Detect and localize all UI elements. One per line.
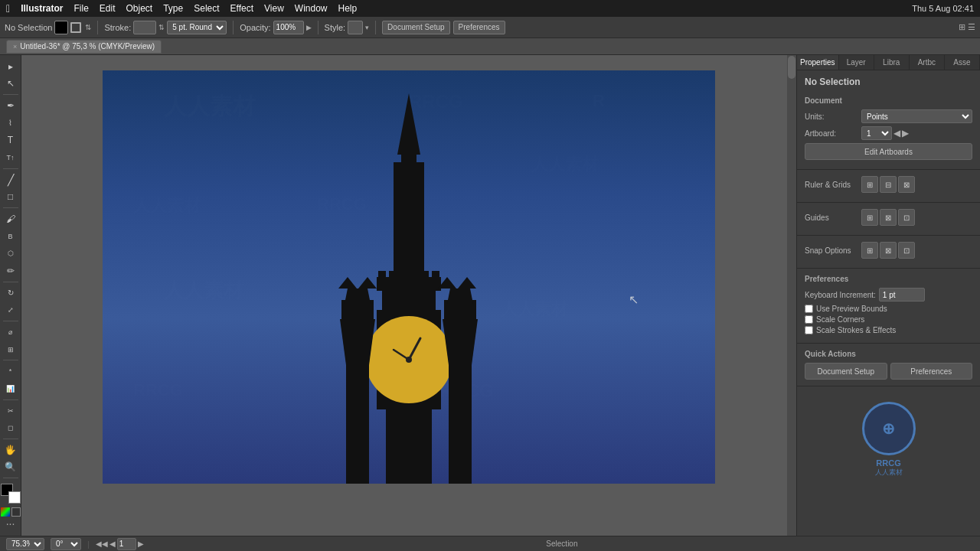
wm-6: 人人素材 — [164, 277, 243, 304]
wm-1: 人人素材 — [164, 91, 256, 122]
no-selection-title: No Selection — [797, 70, 980, 90]
canvas-area: 人人素材 RRCG R 人人素材 RRCG 人人素材 人人素材 RRCG RRC… — [21, 55, 796, 536]
snap-icon-btn-1[interactable]: ⊞ — [861, 242, 878, 259]
stroke-section: Stroke: ⇅ 5 pt. Round — [104, 21, 227, 34]
ruler-icon-btn[interactable]: ⊞ — [861, 176, 878, 193]
grid-icon-btn[interactable]: ⊟ — [880, 176, 897, 193]
tab-properties[interactable]: Properties — [797, 55, 839, 70]
tool-curvature[interactable]: ⌇ — [2, 115, 19, 132]
tab-assets[interactable]: Asse — [945, 55, 980, 70]
svg-marker-26 — [358, 277, 377, 289]
prev-artboard-status-btn[interactable]: ◀◀ — [96, 540, 108, 548]
pixel-grid-icon-btn[interactable]: ⊠ — [898, 176, 915, 193]
tab-libraries[interactable]: Libra — [874, 55, 910, 70]
tool-warp[interactable]: ⌀ — [2, 324, 19, 341]
stroke-box[interactable] — [70, 22, 81, 33]
guides-row: Guides ⊞ ⊠ ⊡ — [805, 209, 972, 226]
units-select[interactable]: Points — [861, 109, 972, 123]
artboard-num-status[interactable] — [117, 538, 136, 550]
tool-pen[interactable]: ✒ — [2, 97, 19, 114]
quick-document-setup-btn[interactable]: Document Setup — [805, 363, 887, 380]
units-label: Units: — [805, 112, 858, 121]
tool-shaper[interactable]: ⬡ — [2, 246, 19, 262]
menu-file[interactable]: File — [74, 3, 88, 14]
guide-icon-btn-1[interactable]: ⊞ — [861, 209, 878, 226]
tool-column-graph[interactable]: 📊 — [2, 380, 19, 397]
tool-paintbrush[interactable]: 🖌 — [2, 210, 19, 227]
more-tools-btn[interactable]: ··· — [6, 517, 15, 536]
tool-slice[interactable]: ✂ — [2, 403, 19, 419]
menu-window[interactable]: Window — [295, 3, 328, 14]
panels-icon[interactable]: ☰ — [968, 22, 975, 32]
svg-rect-16 — [386, 406, 432, 484]
tool-transform[interactable]: ⊞ — [2, 341, 19, 358]
tool-blob-brush[interactable]: B — [2, 228, 19, 245]
keyboard-increment-input[interactable] — [879, 288, 925, 302]
artboard[interactable]: 人人素材 RRCG R 人人素材 RRCG 人人素材 人人素材 RRCG RRC… — [103, 70, 715, 484]
stroke-arrows: ⇅ — [158, 24, 165, 31]
scale-corners-checkbox[interactable] — [805, 315, 813, 324]
scale-strokes-label: Scale Strokes & Effects — [816, 326, 896, 334]
use-preview-bounds-checkbox[interactable] — [805, 305, 813, 313]
tool-pencil[interactable]: ✏ — [2, 262, 19, 279]
menu-object[interactable]: Object — [126, 3, 153, 14]
tab-artboard[interactable]: Artbc — [910, 55, 945, 70]
divider-4 — [375, 21, 376, 34]
stroke-type-select[interactable]: 5 pt. Round — [167, 21, 227, 34]
scale-strokes-checkbox[interactable] — [805, 326, 813, 334]
snap-icon-btn-3[interactable]: ⊡ — [898, 242, 915, 259]
vertical-scrollbar[interactable] — [787, 55, 796, 536]
doc-tab-close-icon[interactable]: × — [13, 43, 17, 51]
tool-shape[interactable]: □ — [2, 189, 19, 206]
quick-preferences-btn[interactable]: Preferences — [890, 363, 973, 380]
fill-color-box[interactable] — [54, 21, 68, 34]
tab-layer[interactable]: Layer — [839, 55, 874, 70]
tool-touch-type[interactable]: T↑ — [2, 149, 19, 166]
color-mode-icon[interactable] — [1, 507, 10, 517]
guides-label: Guides — [805, 214, 858, 222]
svg-marker-22 — [443, 319, 478, 365]
align-icon[interactable]: ⊞ — [959, 22, 965, 32]
background-color[interactable] — [8, 491, 21, 504]
svg-marker-24 — [447, 289, 473, 304]
edit-artboards-btn[interactable]: Edit Artboards — [805, 143, 972, 160]
tool-selection[interactable]: ▸ — [2, 58, 19, 75]
stroke-input[interactable] — [133, 21, 156, 34]
opacity-input[interactable] — [273, 21, 304, 34]
guide-icon-btn-3[interactable]: ⊡ — [898, 209, 915, 226]
artboard-num-select[interactable]: 1 — [861, 126, 892, 140]
tool-type[interactable]: T — [2, 132, 19, 149]
rrcg-logo-circle: ⊕ — [862, 402, 916, 455]
artboard-prev-btn[interactable]: ◀ — [893, 128, 900, 139]
tool-direct-selection[interactable]: ↖ — [2, 76, 19, 93]
bigben-svg — [325, 93, 493, 484]
tool-zoom[interactable]: 🔍 — [2, 459, 19, 476]
menu-select[interactable]: Select — [194, 3, 219, 14]
style-box[interactable] — [348, 21, 363, 34]
tool-rotate[interactable]: ↻ — [2, 285, 19, 302]
none-icon[interactable] — [11, 507, 21, 517]
snap-icon-btn-2[interactable]: ⊠ — [880, 242, 897, 259]
menu-edit[interactable]: Edit — [100, 3, 116, 14]
menu-type[interactable]: Type — [163, 3, 183, 14]
menu-effect[interactable]: Effect — [230, 3, 253, 14]
preferences-btn[interactable]: Preferences — [453, 21, 505, 34]
tool-eraser[interactable]: ◻ — [2, 419, 19, 436]
doc-tab-active[interactable]: × Untitled-36* @ 75,3 % (CMYK/Preview) — [6, 40, 162, 54]
menu-view[interactable]: View — [264, 3, 284, 14]
guide-icon-btn-2[interactable]: ⊠ — [880, 209, 897, 226]
artboard-next-btn[interactable]: ▶ — [902, 128, 909, 139]
rotation-select[interactable]: 0° — [51, 538, 81, 550]
apple-menu[interactable]:  — [6, 2, 10, 15]
tool-scale[interactable]: ⤢ — [2, 302, 19, 318]
tool-line-segment[interactable]: ╱ — [2, 171, 19, 188]
zoom-select[interactable]: 75.3% — [6, 538, 44, 550]
svg-marker-20 — [345, 289, 371, 304]
prev-btn-status[interactable]: ◀ — [109, 540, 116, 548]
document-setup-btn[interactable]: Document Setup — [382, 21, 450, 34]
tool-symbol-sprayer[interactable]: * — [2, 363, 19, 380]
menu-help[interactable]: Help — [338, 3, 358, 14]
tool-hand[interactable]: 🖐 — [2, 442, 19, 458]
next-btn-status[interactable]: ▶ — [138, 540, 144, 548]
scroll-thumb[interactable] — [788, 56, 795, 79]
